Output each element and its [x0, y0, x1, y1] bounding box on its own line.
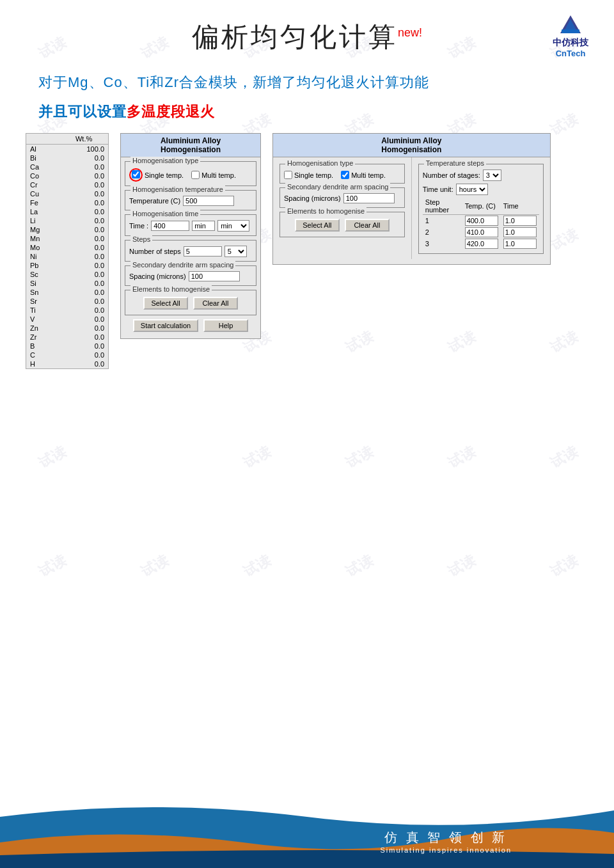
- multi-dendrite-label: Secondary dendrite arm spacing: [285, 183, 390, 191]
- spacing-input[interactable]: [189, 271, 240, 281]
- element-value: 0.0: [59, 351, 108, 359]
- time-unit-input[interactable]: [192, 221, 215, 231]
- time-input[interactable]: [151, 221, 189, 231]
- clear-all-button[interactable]: Clear All: [193, 297, 238, 310]
- element-symbol: Cr: [26, 180, 59, 189]
- footer: 仿 真 智 领 创 新 Simulating inspires innovati…: [0, 798, 614, 868]
- temp-steps-label: Temperature steps: [424, 159, 486, 167]
- element-row: La0.0: [26, 207, 108, 216]
- num-steps-row: Number of steps 51020: [129, 246, 252, 257]
- watermark: 试读: [445, 442, 478, 473]
- multi-right: Temperature steps Number of stages: 3124…: [411, 157, 550, 259]
- multi-single-temp-checkbox[interactable]: [284, 171, 292, 179]
- steps-table: Step number Temp. (C) Time 123: [423, 198, 539, 249]
- element-row: Co0.0: [26, 171, 108, 180]
- element-row: C0.0: [26, 351, 108, 359]
- main-content: Wt.% Al100.0Bi0.0Ca0.0Co0.0Cr0.0Cu0.0Fe0…: [0, 133, 614, 369]
- step-time-input[interactable]: [503, 227, 537, 237]
- element-row: Bi0.0: [26, 154, 108, 162]
- multi-spacing-label: Spacing (microns): [284, 194, 341, 202]
- element-value: 0.0: [59, 234, 108, 243]
- help-button[interactable]: Help: [203, 319, 248, 332]
- col-element: [26, 134, 59, 145]
- element-symbol: Al: [26, 145, 59, 154]
- spacing-label: Spacing (microns): [129, 272, 186, 280]
- step-temp-input[interactable]: [465, 227, 498, 237]
- element-value: 0.0: [59, 297, 108, 306]
- element-value: 0.0: [59, 171, 108, 180]
- start-calc-button[interactable]: Start calculation: [133, 319, 198, 332]
- temperature-input[interactable]: [183, 196, 234, 206]
- multi-multi-temp-checkbox[interactable]: [341, 171, 349, 179]
- element-symbol: C: [26, 351, 59, 359]
- element-symbol: Cu: [26, 189, 59, 198]
- multi-select-all-button[interactable]: Select All: [295, 219, 340, 232]
- elements-section: Elements to homogenise Select All Clear …: [125, 290, 256, 315]
- element-row: Sn0.0: [26, 288, 108, 297]
- element-symbol: Sn: [26, 288, 59, 297]
- footer-wave: [0, 798, 614, 868]
- multi-dendrite-section: Secondary dendrite arm spacing Spacing (…: [279, 187, 405, 208]
- temp-label: Temperature (C): [129, 197, 180, 205]
- element-row: Mn0.0: [26, 234, 108, 243]
- num-steps-input[interactable]: [184, 246, 222, 256]
- element-row: Ni0.0: [26, 252, 108, 261]
- step-temp-input[interactable]: [465, 216, 498, 226]
- multi-temp-checkbox[interactable]: [191, 171, 200, 179]
- multi-panel-header: Aluminium Alloy Homogenisation: [273, 134, 550, 157]
- step-temp: [462, 226, 501, 238]
- homo-type-label: Homogenisation type: [130, 157, 200, 164]
- element-symbol: Ca: [26, 162, 59, 171]
- element-symbol: Zn: [26, 324, 59, 333]
- time-unit-label: Time unit:: [423, 185, 453, 193]
- element-symbol: H: [26, 359, 59, 368]
- element-row: Fe0.0: [26, 198, 108, 207]
- title-text: 偏析均匀化计算: [192, 22, 398, 52]
- multi-clear-all-button[interactable]: Clear All: [345, 219, 390, 232]
- action-btn-row: Start calculation Help: [125, 319, 256, 332]
- element-row: Zr0.0: [26, 333, 108, 342]
- watermark: 试读: [547, 442, 581, 473]
- multi-spacing-input[interactable]: [343, 193, 395, 203]
- homo-temp-label: Homogenisation temperature: [130, 185, 225, 193]
- watermark: 试读: [240, 551, 274, 581]
- multi-panel-title2: Homogenisation: [273, 145, 550, 154]
- element-row: Zn0.0: [26, 324, 108, 333]
- element-symbol: La: [26, 207, 59, 216]
- time-row: Time : min hours: [129, 220, 252, 232]
- step-row: 1: [423, 215, 539, 227]
- element-value: 0.0: [59, 252, 108, 261]
- step-time-input[interactable]: [503, 216, 537, 226]
- multi-single-temp-label: Single temp.: [294, 171, 333, 179]
- homo-type-section: Homogenisation type Single temp. Multi t…: [125, 161, 256, 186]
- subtitle2-highlight: 多温度段退火: [127, 104, 215, 120]
- select-all-button[interactable]: Select All: [143, 297, 188, 310]
- num-steps-select[interactable]: 51020: [224, 246, 247, 257]
- element-symbol: Fe: [26, 198, 59, 207]
- watermark: 试读: [547, 551, 581, 581]
- step-temp-input[interactable]: [465, 239, 498, 249]
- element-value: 0.0: [59, 189, 108, 198]
- new-badge: new!: [398, 26, 422, 39]
- time-unit-select-multi[interactable]: hoursmin: [456, 184, 488, 195]
- step-time-input[interactable]: [503, 239, 537, 249]
- element-value: 0.0: [59, 333, 108, 342]
- multi-homo-type-section: Homogenisation type Single temp. Multi t…: [279, 164, 405, 184]
- steps-label: Steps: [130, 235, 152, 243]
- multi-elements-label: Elements to homogenise: [285, 207, 366, 215]
- step-time: [501, 215, 539, 227]
- element-row: Sc0.0: [26, 270, 108, 279]
- element-row: V0.0: [26, 315, 108, 324]
- element-symbol: Mg: [26, 225, 59, 234]
- time-unit-select[interactable]: min hours: [217, 220, 249, 232]
- multi-homo-type-label: Homogenisation type: [285, 159, 355, 167]
- step-temp-col: Temp. (C): [462, 198, 501, 215]
- logo-en: CnTech: [556, 49, 586, 58]
- element-symbol: Mn: [26, 234, 59, 243]
- num-stages-select[interactable]: 31245: [483, 170, 501, 181]
- single-temp-checkbox[interactable]: [132, 170, 140, 178]
- step-row: 2: [423, 226, 539, 238]
- homo-type-checkboxes: Single temp. Multi temp.: [129, 168, 252, 182]
- multi-elements-section: Elements to homogenise Select All Clear …: [279, 212, 405, 237]
- num-stages-row: Number of stages: 31245: [423, 170, 539, 181]
